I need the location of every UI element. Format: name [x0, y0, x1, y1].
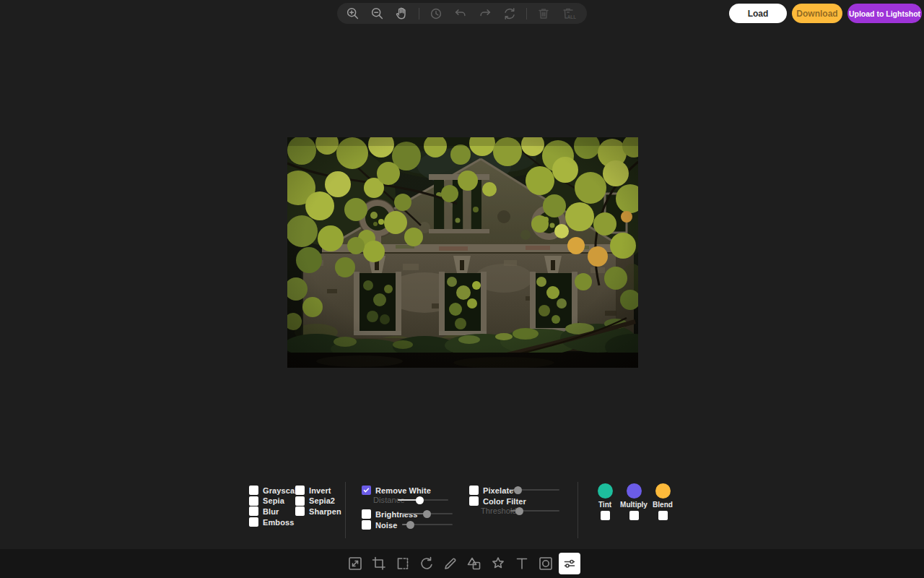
menu-item-icon[interactable]: [487, 553, 509, 574]
mask-icon: [537, 555, 554, 572]
menu-item-flip[interactable]: [392, 553, 414, 574]
filter-group-basic-2: Invert Sepia2 Sharpen: [295, 486, 341, 516]
blend-checkbox[interactable]: [658, 511, 668, 520]
history-icon: [428, 6, 444, 22]
noise-slider[interactable]: [402, 520, 453, 529]
hand-pan-button[interactable]: [394, 6, 410, 22]
multiply-checkbox[interactable]: [629, 511, 639, 520]
hand-icon: [394, 6, 410, 22]
history-button[interactable]: [428, 6, 444, 22]
upload-to-lightshot-button[interactable]: Upload to Lightshot: [847, 4, 922, 23]
remove-white-checkbox[interactable]: [362, 486, 371, 495]
filter-row-pixelate: Pixelate: [469, 486, 513, 495]
sepia-checkbox[interactable]: [249, 496, 258, 506]
blend-color-circle[interactable]: [655, 483, 671, 499]
blend-option: Blend: [648, 483, 677, 520]
zoom-out-button[interactable]: [370, 6, 385, 22]
download-button[interactable]: Download: [792, 4, 842, 23]
menu-item-resize[interactable]: [344, 553, 366, 574]
sepia2-checkbox[interactable]: [295, 496, 305, 506]
menu-item-crop[interactable]: [368, 553, 390, 574]
filter-group-basic-1: Grayscale Sepia Blur Emboss: [249, 486, 302, 527]
pixelate-checkbox[interactable]: [469, 486, 479, 495]
header-buttons: Load Download Upload to Lightshot: [729, 4, 922, 23]
reset-icon: [502, 6, 518, 22]
top-toolbar: ALL: [337, 3, 587, 24]
filter-row-sharpen: Sharpen: [295, 506, 341, 516]
menu-item-draw[interactable]: [440, 553, 461, 574]
bottom-menu-bar: [0, 549, 924, 578]
svg-text:ALL: ALL: [567, 14, 576, 19]
tint-option: Tint: [590, 483, 619, 520]
undo-button[interactable]: [453, 6, 468, 22]
pixelate-slider-knob[interactable]: [514, 486, 522, 494]
sharpen-checkbox[interactable]: [295, 506, 305, 516]
blur-label[interactable]: Blur: [263, 507, 279, 516]
pencil-icon: [442, 555, 459, 572]
noise-checkbox[interactable]: [362, 520, 371, 530]
invert-checkbox[interactable]: [295, 486, 305, 495]
invert-label[interactable]: Invert: [309, 486, 331, 495]
threshold-slider[interactable]: [510, 506, 559, 515]
multiply-label: Multiply: [620, 501, 648, 509]
filter-divider: [345, 482, 346, 538]
brightness-checkbox[interactable]: [362, 509, 371, 519]
canvas-image[interactable]: [287, 137, 638, 368]
menu-item-shape[interactable]: [463, 553, 485, 574]
filter-row-color-filter: Color Filter: [469, 496, 526, 506]
brightness-slider[interactable]: [402, 509, 453, 518]
zoom-out-icon: [370, 6, 385, 22]
color-filter-checkbox[interactable]: [469, 496, 479, 506]
color-filter-label[interactable]: Color Filter: [483, 497, 526, 506]
crop-icon: [370, 555, 388, 572]
resize-icon: [346, 555, 364, 572]
menu-item-rotate[interactable]: [416, 553, 437, 574]
menu-item-filter[interactable]: [559, 553, 580, 574]
tint-checkbox[interactable]: [601, 511, 610, 520]
redo-button[interactable]: [477, 6, 493, 22]
multiply-option: Multiply: [619, 483, 648, 520]
filter-divider: [578, 482, 578, 538]
filter-row-sepia: Sepia: [249, 496, 302, 506]
pixelate-slider[interactable]: [510, 486, 559, 494]
filter-row-noise: Noise: [362, 520, 397, 530]
shape-icon: [466, 555, 483, 572]
grayscale-checkbox[interactable]: [249, 486, 258, 495]
noise-slider-knob[interactable]: [406, 521, 414, 529]
load-button[interactable]: Load: [729, 4, 787, 23]
delete-button[interactable]: [536, 6, 552, 22]
filter-row-emboss: Emboss: [249, 517, 302, 527]
undo-icon: [453, 6, 468, 22]
distance-slider-knob[interactable]: [416, 496, 424, 504]
multiply-color-circle[interactable]: [627, 483, 642, 499]
pixelate-label[interactable]: Pixelate: [483, 486, 513, 495]
filter-row-remove-white: Remove White: [362, 486, 431, 495]
tint-color-circle[interactable]: [598, 483, 613, 499]
zoom-in-button[interactable]: [345, 6, 361, 22]
toolbar-separator: [526, 8, 527, 20]
brightness-slider-knob[interactable]: [423, 510, 431, 518]
sepia-label[interactable]: Sepia: [263, 496, 284, 505]
filter-group-pixel: Pixelate Color Filter Threshold: [469, 480, 559, 524]
remove-white-label[interactable]: Remove White: [375, 486, 431, 495]
flip-icon: [394, 555, 411, 572]
noise-label[interactable]: Noise: [375, 521, 397, 530]
sepia2-label[interactable]: Sepia2: [309, 496, 335, 505]
delete-all-button[interactable]: ALL: [560, 6, 576, 22]
menu-item-mask[interactable]: [535, 553, 557, 574]
sharpen-label[interactable]: Sharpen: [309, 507, 341, 516]
emboss-checkbox[interactable]: [249, 517, 258, 527]
emboss-label[interactable]: Emboss: [263, 518, 294, 527]
filter-row-invert: Invert: [295, 486, 341, 495]
filter-sliders-icon: [561, 555, 578, 572]
threshold-slider-knob[interactable]: [515, 507, 523, 515]
filter-group-blend: Tint Multiply Blend: [590, 483, 677, 520]
text-icon: [513, 555, 531, 572]
reset-button[interactable]: [502, 6, 518, 22]
blur-checkbox[interactable]: [249, 506, 258, 516]
zoom-in-icon: [345, 6, 361, 22]
rotate-icon: [418, 555, 435, 572]
delete-icon: [536, 6, 552, 22]
distance-slider[interactable]: [398, 496, 448, 504]
menu-item-text[interactable]: [511, 553, 533, 574]
